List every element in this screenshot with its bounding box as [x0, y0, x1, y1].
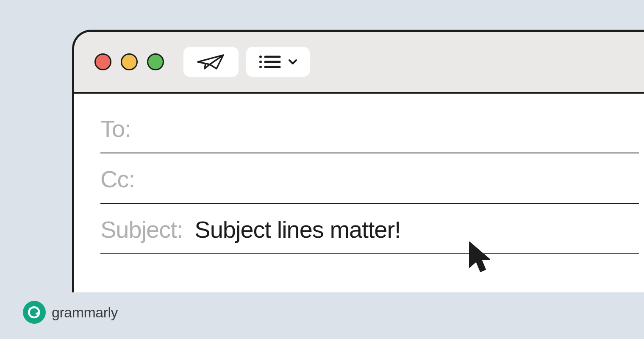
email-compose-window: To: Cc: Subject: Subject lines matter! — [72, 30, 644, 292]
send-button[interactable] — [183, 47, 239, 77]
to-field-row[interactable]: To: — [100, 103, 639, 153]
minimize-button[interactable] — [121, 53, 138, 70]
brand-badge: grammarly — [23, 301, 118, 324]
grammarly-logo-icon — [23, 301, 46, 324]
cc-field-row[interactable]: Cc: — [100, 153, 639, 204]
subject-value: Subject lines matter! — [194, 216, 400, 243]
to-label: To: — [100, 115, 131, 142]
window-controls — [94, 53, 164, 70]
email-form: To: Cc: Subject: Subject lines matter! — [74, 94, 644, 254]
subject-label: Subject: — [100, 216, 183, 243]
mouse-cursor-icon — [466, 239, 497, 279]
cc-label: Cc: — [100, 165, 135, 193]
format-dropdown-button[interactable] — [246, 47, 310, 77]
brand-name: grammarly — [52, 304, 118, 321]
paper-plane-icon — [196, 53, 226, 71]
svg-point-0 — [259, 56, 262, 58]
subject-field-row[interactable]: Subject: Subject lines matter! — [100, 204, 639, 254]
chevron-down-icon — [288, 59, 297, 65]
window-toolbar — [74, 32, 644, 94]
list-icon — [258, 54, 281, 70]
maximize-button[interactable] — [147, 53, 164, 70]
svg-point-4 — [259, 66, 262, 68]
svg-point-2 — [259, 61, 262, 63]
close-button[interactable] — [94, 53, 111, 70]
